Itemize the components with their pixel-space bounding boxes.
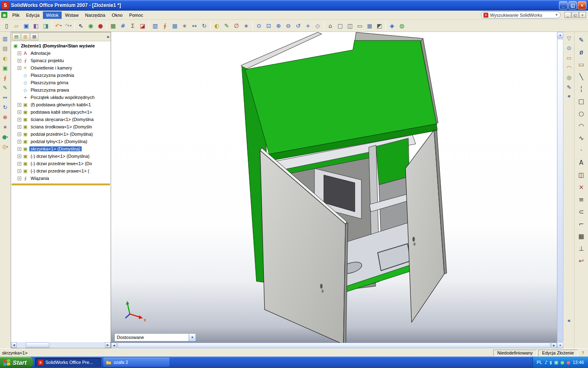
fillet-sketch-icon[interactable]: ⌐	[576, 219, 587, 229]
tree-item[interactable]: ◇Płaszczyzna przednia	[11, 72, 111, 79]
move-component-icon[interactable]: ↔	[189, 21, 199, 31]
move-component-icon[interactable]: ↔	[1, 93, 10, 101]
dropdown-caret-icon[interactable]: ▾	[7, 145, 8, 148]
3d-drawing-view-icon[interactable]: ◇	[313, 21, 323, 31]
text-icon[interactable]: A	[576, 158, 587, 167]
sketch-icon[interactable]: ✎	[576, 35, 587, 45]
make-smart-component-icon[interactable]: ▤	[1, 44, 10, 52]
viewport-vertical-scrollbar[interactable]: ▲ ▼	[557, 32, 564, 348]
new-document-icon[interactable]: ▯	[2, 21, 11, 31]
exploded-view-icon[interactable]: ∗	[1, 123, 10, 131]
rotate-view-icon[interactable]: ↺	[293, 21, 303, 31]
menu-okno[interactable]: Okno	[109, 11, 126, 19]
exploded-view-icon[interactable]: ∗	[241, 21, 251, 31]
expand-icon[interactable]: +	[18, 147, 21, 151]
tree-item[interactable]: ◇Płaszczyzna górna	[11, 79, 111, 86]
undo-icon[interactable]: ↶▾	[53, 21, 63, 31]
right-door-handle[interactable]	[412, 237, 415, 242]
scroll-thumb[interactable]	[26, 342, 49, 348]
protractor-icon[interactable]: ◠	[565, 63, 574, 72]
smart-dimension-icon[interactable]: ø	[576, 47, 587, 57]
arc-icon[interactable]: ◠	[576, 121, 587, 130]
save-icon[interactable]: ▣	[21, 21, 31, 31]
wireframe-icon[interactable]: ▢	[335, 21, 345, 31]
language-indicator[interactable]: PL	[537, 360, 542, 365]
mirror-entities-icon[interactable]: ◫	[576, 170, 587, 180]
measure-tape-icon[interactable]: ◎	[565, 73, 574, 81]
smart-fasteners-icon[interactable]: ∗	[180, 21, 189, 31]
hidden-lines-removed-icon[interactable]: ▭	[355, 21, 365, 31]
update-icon[interactable]: ●	[566, 360, 570, 365]
tree-item[interactable]: +∮Wiązania	[11, 175, 111, 182]
pan-icon[interactable]: +	[303, 21, 313, 31]
help-icon[interactable]: ?	[579, 350, 587, 355]
tree-item[interactable]: +▣(-) drzwi tylne<1> (Domyślna)	[11, 153, 111, 160]
tree-item[interactable]: +▣(-) drzwi przednie prawe<1> (	[11, 167, 111, 175]
change-suppression-state-icon[interactable]: ▣	[1, 64, 10, 72]
magnifier-icon[interactable]: ⊙	[565, 44, 574, 52]
exit-sketch-icon[interactable]: ↩	[576, 256, 587, 265]
tree-item[interactable]: +Początek układu współrzędnych	[11, 94, 111, 101]
edit-material-icon[interactable]: ●	[96, 21, 105, 31]
solidworks-tray-icon[interactable]: ▣	[554, 360, 558, 365]
shadows-in-shaded-mode-icon[interactable]: ◩	[374, 21, 384, 31]
mate-icon[interactable]: ∮	[1, 74, 10, 82]
taskbar-task-solidworks[interactable]: S SolidWorks Office Pre...	[35, 358, 101, 367]
minimize-button[interactable]: _	[559, 1, 568, 9]
messenger-icon[interactable]: ●	[560, 360, 564, 365]
tree-root-item[interactable]: ▣Złożenie1 (Domyślna<Stan wyświe	[11, 42, 111, 49]
network-icon[interactable]: ▮	[550, 360, 552, 365]
centerline-icon[interactable]: ╎	[576, 84, 587, 94]
shaded-with-edges-icon[interactable]: ■	[365, 21, 374, 31]
dropdown-caret-icon[interactable]: ▾	[70, 24, 72, 27]
expand-icon[interactable]: +	[18, 59, 21, 63]
mdi-restore-button[interactable]: ◱	[572, 12, 579, 18]
zoom-to-fit-icon[interactable]: ⊙	[254, 21, 264, 31]
propertymanager-tab[interactable]: ▥	[21, 33, 29, 40]
search-box[interactable]: S Wyszukiwanie SolidWorks ▼	[481, 11, 561, 18]
make-assembly-from-part-icon[interactable]: ◨	[41, 21, 51, 31]
scroll-right-icon[interactable]: ▶	[551, 343, 557, 348]
rebuild-icon[interactable]: ◉	[86, 21, 96, 31]
tree-item[interactable]: +▣podział przedni<1> (Domyślna)	[11, 130, 111, 138]
menu-wstaw[interactable]: Wstaw	[62, 11, 82, 19]
curvature-icon[interactable]: ◍	[397, 21, 407, 31]
tree-horizontal-scrollbar[interactable]: ◀ ▶	[11, 342, 111, 348]
dropdown-caret-icon[interactable]: ▾	[60, 24, 62, 27]
scroll-up-icon[interactable]: ▲	[557, 32, 564, 38]
edit-component-icon[interactable]: ✎	[222, 21, 232, 31]
graphics-area[interactable]: x Dostosowane ▼	[111, 32, 557, 343]
offset-entities-icon[interactable]: ≡	[576, 195, 587, 204]
configurationmanager-tab[interactable]: ▦	[30, 33, 38, 40]
collapse-toolbar-button[interactable]: «	[568, 317, 570, 323]
menu-edycja[interactable]: Edycja	[23, 11, 43, 19]
restore-button[interactable]: ◱	[568, 1, 577, 9]
tree-item[interactable]: ◇Płaszczyzna prawa	[11, 86, 111, 94]
select-icon[interactable]: ⇖	[76, 21, 86, 31]
tree-item[interactable]: +☀Oświetlenie i kamery	[11, 64, 111, 72]
eraser-icon[interactable]: ▭	[576, 60, 587, 69]
linear-sketch-pattern-icon[interactable]: ▦	[576, 231, 587, 241]
view-orientation-icon[interactable]: ⌂	[325, 21, 335, 31]
menu-pomoc[interactable]: Pomoc	[126, 11, 146, 19]
select-filter-icon[interactable]: ▽	[565, 34, 574, 42]
expand-icon[interactable]: +	[18, 155, 21, 158]
scroll-left-icon[interactable]: ◀	[111, 343, 117, 348]
expand-icon[interactable]: +	[18, 140, 21, 144]
line-icon[interactable]: ╲	[576, 72, 587, 81]
insert-component-icon[interactable]: ▥	[150, 21, 160, 31]
combo-dropdown-icon[interactable]: ▼	[189, 334, 196, 341]
expand-icon[interactable]: +	[18, 118, 21, 121]
expand-icon[interactable]: +	[18, 162, 21, 166]
make-drawing-from-part-icon[interactable]: ◧	[31, 21, 41, 31]
measure-icon[interactable]: #	[118, 21, 128, 31]
start-button[interactable]: Start	[0, 357, 33, 368]
hide-show-components-icon[interactable]: ◐	[212, 21, 222, 31]
point-icon[interactable]: ·	[576, 146, 587, 155]
collapse-toolbar-button[interactable]: «	[568, 93, 570, 99]
open-icon[interactable]: ▱	[11, 21, 21, 31]
annotation-note-icon[interactable]: ✎	[565, 83, 574, 91]
zoom-to-area-icon[interactable]: ⊡	[264, 21, 274, 31]
tree-item[interactable]: +▣podstawa kabli sterujących<1>	[11, 108, 111, 116]
expand-icon[interactable]: +	[18, 52, 21, 55]
